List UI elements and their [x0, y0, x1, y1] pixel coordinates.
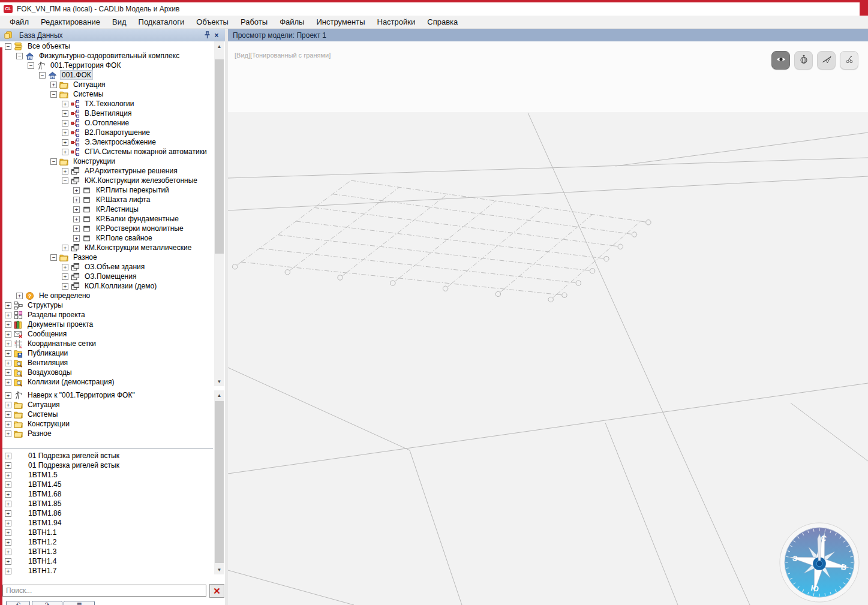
footer-button-2[interactable]: ↷	[32, 601, 62, 605]
menu-item[interactable]: Вид	[106, 16, 133, 28]
tree-expander[interactable]: +	[62, 120, 68, 127]
tree-expander[interactable]: +	[50, 82, 57, 88]
tree-expander[interactable]: −	[50, 158, 57, 165]
tree-item[interactable]: +КР.Поле свайное	[3, 233, 214, 243]
tree-item[interactable]: +КР.Балки фундаментные	[3, 214, 214, 224]
tree-item[interactable]: −Системы	[3, 89, 214, 99]
tree-expander[interactable]: +	[62, 245, 68, 251]
model-viewport[interactable]: [Вид][Тонированный с гранями]	[228, 41, 868, 605]
tree-expander[interactable]: −	[50, 254, 57, 261]
view-walk-button[interactable]	[840, 51, 858, 70]
tree-item[interactable]: +КР.Ростверки монолитные	[3, 224, 214, 233]
tree-expander[interactable]: +	[5, 369, 11, 376]
tree-item[interactable]: +В2.Пожаротушение	[3, 128, 214, 137]
tree-expander[interactable]: +	[5, 539, 11, 546]
scroll-up-icon[interactable]: ▲	[214, 41, 224, 51]
tree-expander[interactable]: +	[5, 462, 11, 469]
list-item[interactable]: +01 Подрезка ригелей встык	[3, 460, 214, 470]
tree-item[interactable]: +Публикации	[3, 348, 214, 358]
tree-expander[interactable]: +	[62, 139, 68, 146]
menu-item[interactable]: Настройки	[371, 16, 422, 28]
tree-expander[interactable]: +	[5, 312, 11, 318]
tree-item[interactable]: +Разное	[3, 429, 214, 438]
tree-expander[interactable]: +	[5, 510, 11, 517]
tree-expander[interactable]: +	[73, 225, 80, 232]
search-clear-button[interactable]: ✕	[209, 584, 224, 598]
tree-expander[interactable]: −	[16, 53, 23, 59]
tree-expander[interactable]: +	[5, 360, 11, 366]
close-icon[interactable]: ×	[212, 31, 221, 40]
tree-expander[interactable]: +	[62, 149, 68, 155]
tree-expander[interactable]: +	[62, 110, 68, 117]
tree-expander[interactable]: −	[28, 62, 34, 69]
tree-item[interactable]: −Конструкции	[3, 156, 214, 166]
tree-item[interactable]: +КР.Плиты перекрытий	[3, 185, 214, 195]
tree-expander[interactable]: +	[5, 472, 11, 478]
tree-item[interactable]: −001.Территория ФОК	[3, 61, 214, 70]
tree-item[interactable]: +КОЛ.Коллизии (демо)	[3, 281, 214, 291]
list-item[interactable]: +1BTH1.7	[3, 566, 214, 574]
tree-item[interactable]: +Ситуация	[3, 80, 214, 89]
tree-expander[interactable]: +	[5, 392, 11, 399]
tree-item[interactable]: +СПА.Системы пожарной автоматики	[3, 147, 214, 156]
scroll-down-icon[interactable]: ▼	[214, 377, 224, 386]
list-item[interactable]: +01 Подрезка ригелей встык	[3, 451, 214, 460]
tree-expander[interactable]: +	[5, 558, 11, 565]
tree-expander[interactable]: +	[62, 101, 68, 107]
list-item[interactable]: +1BTH1.1	[3, 528, 214, 537]
viewport-canvas[interactable]	[228, 41, 868, 605]
tree-item[interactable]: +АР.Архитектурные решения	[3, 166, 214, 176]
list-item[interactable]: +1BTH1.2	[3, 537, 214, 547]
menu-item[interactable]: Справка	[421, 16, 464, 28]
tree-item[interactable]: +1АКоординатные сетки	[3, 339, 214, 348]
scrollbar-thumb[interactable]	[215, 59, 224, 254]
tree-expander[interactable]: +	[5, 568, 11, 574]
tree-item[interactable]: +Воздуховоды	[3, 368, 214, 377]
tree-expander[interactable]: +	[62, 168, 68, 174]
tree-expander[interactable]: +	[5, 331, 11, 338]
tree-expander[interactable]: +	[5, 379, 11, 386]
list-item[interactable]: +1BTM1.94	[3, 518, 214, 528]
tree-item[interactable]: +ТХ.Технологии	[3, 99, 214, 109]
tree-expander[interactable]: +	[73, 216, 80, 222]
tree-expander[interactable]: +	[73, 235, 80, 242]
list-item[interactable]: +1BTM1.86	[3, 508, 214, 518]
tree-expander[interactable]: −	[5, 43, 11, 50]
menu-item[interactable]: Подкаталоги	[133, 16, 191, 28]
tree-item[interactable]: +Системы	[3, 410, 214, 419]
tree-expander[interactable]: −	[50, 91, 57, 98]
tree-expander[interactable]: +	[5, 491, 11, 498]
compass-widget[interactable]: С В Ю З	[778, 521, 861, 604]
tree-item[interactable]: +В.Вентиляция	[3, 109, 214, 118]
scroll-down-icon[interactable]: ▼	[214, 565, 224, 574]
tree-item[interactable]: +Вентиляция	[3, 358, 214, 368]
footer-button-1[interactable]: ↶	[6, 601, 30, 605]
tree-expander[interactable]: +	[5, 431, 11, 437]
tree-item[interactable]: +?Не определено	[3, 291, 214, 300]
menu-item[interactable]: Инструменты	[310, 16, 371, 28]
list-item[interactable]: +1BTM1.68	[3, 489, 214, 499]
tree-expander[interactable]: +	[5, 481, 11, 488]
tree-item[interactable]: +ОЗ.Помещения	[3, 272, 214, 281]
tree-item[interactable]: +Структуры	[3, 300, 214, 310]
tree-expander[interactable]: +	[5, 520, 11, 526]
tree-expander[interactable]: +	[5, 321, 11, 328]
pin-icon[interactable]	[202, 31, 212, 40]
tree-expander[interactable]: +	[5, 350, 11, 357]
footer-button-3[interactable]: ▦	[64, 601, 95, 605]
tree-item[interactable]: −Физкультурно-оздоровительный комплекс	[3, 51, 214, 61]
tree-expander[interactable]: +	[62, 283, 68, 290]
menu-item[interactable]: Файлы	[274, 16, 310, 28]
list-item[interactable]: +1BTH1.4	[3, 556, 214, 566]
tree-expander[interactable]: +	[5, 529, 11, 536]
tree-item[interactable]: +ОЗ.Объем здания	[3, 262, 214, 272]
list-item[interactable]: +1BTM1.5	[3, 470, 214, 480]
tree-scrollbar[interactable]: ▲ ▼	[214, 41, 224, 386]
tree-item[interactable]: −001.ФОК	[3, 70, 214, 80]
menu-item[interactable]: Работы	[235, 16, 274, 28]
menu-item[interactable]: Файл	[4, 16, 35, 28]
view-eye-button[interactable]	[771, 51, 790, 70]
list-item[interactable]: +1BTH1.3	[3, 547, 214, 556]
tree-expander[interactable]: +	[5, 501, 11, 507]
tree-item[interactable]: +КР.Лестницы	[3, 204, 214, 214]
